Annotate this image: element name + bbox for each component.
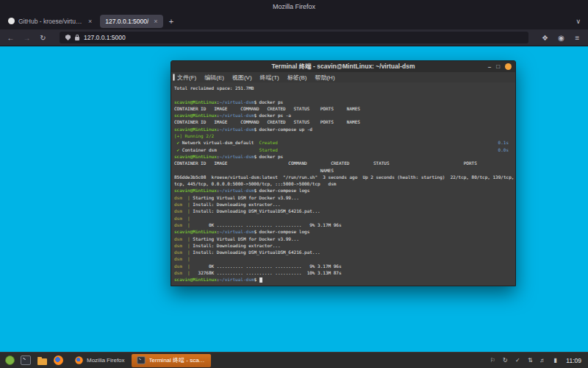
menu-icon[interactable]: ≡ [572, 34, 583, 42]
tab-close-icon[interactable]: × [154, 18, 157, 25]
taskbar-window-list: Mozilla FirefoxTerminal 终端 - scavin@Mi..… [70, 354, 211, 367]
terminal-text: ~/virtual-dsm [219, 188, 254, 193]
taskbar: Mozilla FirefoxTerminal 终端 - scavin@Mi..… [0, 352, 588, 368]
browser-tab[interactable]: GitHub - kroese/virtual-dsm× [3, 15, 97, 28]
terminal-text: ~/virtual-dsm [219, 154, 254, 159]
power-icon[interactable]: ▮ [551, 357, 559, 364]
terminal-titlebar[interactable]: Terminal 终端 - scavin@MintLinux: ~/virtua… [171, 61, 515, 72]
mint-menu-icon [5, 355, 15, 365]
terminal-text: scavin@MintLinux [174, 113, 217, 118]
terminal-text: dsm | [174, 222, 190, 227]
terminal-line: scavin@MintLinux:~/virtual-dsm$ docker p… [174, 153, 512, 160]
terminal-text: Total reclaimed space: 251.7MB [174, 85, 254, 91]
taskbar-window-button[interactable]: Mozilla Firefox [70, 354, 129, 367]
terminal-title: Terminal 终端 - scavin@MintLinux: ~/virtua… [272, 63, 415, 71]
forward-button[interactable]: → [21, 34, 32, 42]
firefox-nav-bar: ← → ↻ 127.0.0.1:5000 ❖ ◉ ≡ [0, 29, 588, 46]
terminal-line: CONTAINER ID IMAGE COMMAND CREATED STATU… [174, 160, 512, 166]
tab-close-icon[interactable]: × [88, 18, 92, 25]
terminal-line: ✔ Container dsm Started0.0s [174, 146, 512, 153]
terminal-text: Starting Virtual DSM for Docker v3.99... [190, 236, 299, 241]
terminal-launcher-icon [21, 355, 31, 365]
updates-icon[interactable]: ↻ [501, 357, 509, 364]
volume-icon[interactable]: ♬ [539, 357, 546, 364]
new-tab-button[interactable]: + [163, 17, 179, 26]
taskbar-window-button[interactable]: Terminal 终端 - scavin@Mi... [132, 354, 211, 367]
terminal-line: [+] Running 2/2 [174, 132, 512, 139]
notifications-icon[interactable]: ⚐ [489, 357, 496, 364]
terminal-text: Install: Downloading DSM_VirtualDSM_6421… [190, 208, 320, 213]
terminal-text: ~/virtual-dsm [219, 99, 254, 105]
url-bar[interactable]: 127.0.0.1:5000 [60, 32, 528, 43]
terminal-line: CONTAINER ID IMAGE COMMAND CREATED STATU… [174, 118, 512, 125]
reload-button[interactable]: ↻ [37, 34, 49, 42]
window-button-label: Mozilla Firefox [87, 357, 125, 364]
terminal-line: scavin@MintLinux:~/virtual-dsm$ docker-c… [174, 126, 512, 132]
terminal-menu-item[interactable]: 标签(B) [287, 74, 307, 82]
security-shield-icon[interactable]: ✓ [514, 357, 521, 364]
terminal-line: dsm | Install: Downloading DSM_VirtualDS… [174, 249, 512, 255]
terminal-line: dsm | [174, 215, 512, 222]
mint-menu-button[interactable] [3, 354, 16, 367]
terminal-line: scavin@MintLinux:~/virtual-dsm$ [174, 276, 512, 283]
terminal-text: Started [259, 147, 278, 152]
terminal-menu-item[interactable]: 编辑(E) [204, 74, 224, 82]
terminal-launcher-button[interactable] [19, 354, 32, 367]
desktop: Mozilla Firefox GitHub - kroese/virtual-… [0, 0, 588, 368]
terminal-line [174, 91, 512, 98]
system-tray: ⚐↻✓⇅♬▮ [489, 357, 559, 364]
url-text[interactable]: 127.0.0.1:5000 [84, 34, 126, 41]
tab-strip: GitHub - kroese/virtual-dsm×127.0.0.1:50… [3, 13, 163, 29]
maximize-button[interactable]: □ [496, 63, 500, 70]
lock-icon[interactable] [75, 37, 79, 40]
terminal-line: tcp, 445/tcp, 0.0.0.0:5000->5000/tcp, ::… [174, 180, 512, 187]
terminal-text: ~/virtual-dsm [219, 277, 254, 282]
firefox-launcher-button[interactable] [51, 354, 65, 367]
clock[interactable]: 11:09 [566, 357, 581, 364]
close-button[interactable] [505, 63, 512, 70]
terminal-text: Starting Virtual DSM for Docker v3.99... [190, 195, 299, 200]
extensions-icon[interactable]: ❖ [539, 34, 551, 42]
back-button[interactable]: ← [5, 34, 16, 42]
network-icon[interactable]: ⇅ [526, 357, 534, 364]
firefox-titlebar-title: Mozilla Firefox [273, 3, 315, 10]
terminal-cursor [259, 277, 262, 283]
terminal-menu-item[interactable]: 文件(F) [177, 74, 196, 82]
terminal-text: 0K .......... .......... .......... 9% 3… [190, 263, 342, 269]
terminal-text: 856dde3b5c08 kroese/virtual-dsm:latest "… [174, 174, 515, 180]
terminal-text: Network virtual-dsm_default [179, 140, 259, 145]
terminal-line: dsm | Starting Virtual DSM for Docker v3… [174, 194, 512, 201]
terminal-text: $ docker ps -a [254, 113, 291, 118]
account-icon[interactable]: ◉ [556, 34, 567, 42]
shield-permissions-icon[interactable] [65, 35, 71, 40]
terminal-line: dsm | 32768K .......... .......... .....… [174, 269, 512, 276]
terminal-text: scavin@MintLinux [174, 277, 217, 282]
terminal-text: NAMES [174, 168, 334, 173]
terminal-text: $ docker-compose logs [254, 229, 309, 234]
list-all-tabs-button[interactable]: ∨ [571, 18, 585, 25]
terminal-line: dsm | Install: Downloading extractor... [174, 242, 512, 249]
terminal-text: Container dsm [179, 147, 259, 152]
terminal-text: dsm | [174, 263, 190, 269]
terminal-line: scavin@MintLinux:~/virtual-dsm$ docker p… [174, 99, 512, 105]
terminal-text: dsm | [174, 195, 190, 200]
terminal-text: tcp, 445/tcp, 0.0.0.0:5000->5000/tcp, ::… [174, 181, 336, 186]
terminal-text: dsm | [174, 250, 190, 255]
tab-label: GitHub - kroese/virtual-dsm [18, 18, 83, 25]
terminal-output[interactable]: Total reclaimed space: 251.7MB scavin@Mi… [171, 82, 515, 286]
terminal-text: Install: Downloading extractor... [190, 202, 281, 207]
terminal-text: ~/virtual-dsm [219, 113, 254, 118]
terminal-menu-item[interactable]: 视图(V) [232, 74, 252, 82]
minimize-button[interactable]: – [488, 63, 491, 70]
files-launcher-button[interactable] [35, 354, 49, 367]
terminal-text: ~/virtual-dsm [219, 127, 254, 132]
terminal-menu-item[interactable]: 终端(T) [260, 74, 279, 82]
github-favicon-icon [8, 18, 15, 24]
terminal-menu-item[interactable]: 帮助(H) [315, 74, 334, 82]
browser-tab[interactable]: 127.0.0.1:5000/× [100, 15, 162, 28]
terminal-line: dsm | 0K .......... .......... .........… [174, 263, 512, 269]
terminal-text: $ docker-compose logs [254, 188, 309, 193]
terminal-text: CONTAINER ID IMAGE COMMAND CREATED STATU… [174, 119, 360, 124]
firefox-titlebar[interactable]: Mozilla Firefox [0, 0, 588, 13]
firefox-launcher-icon [54, 355, 63, 365]
